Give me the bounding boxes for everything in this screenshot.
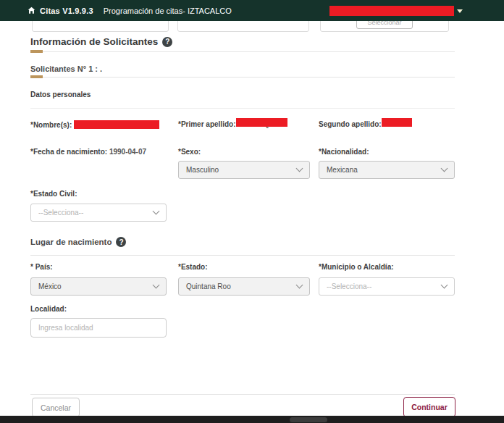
continuar-button[interactable]: Continuar (403, 397, 455, 417)
navbar-brand[interactable]: Citas V1.9.9.3 (28, 7, 93, 15)
accent-bar (30, 50, 43, 53)
primer-apellido-field: *Primer apellido: VELAZQUEZ (178, 120, 286, 128)
bottom-edge-bar (0, 416, 504, 423)
home-icon (28, 7, 35, 14)
chevron-down-icon (153, 282, 160, 289)
localidad-label: Localidad: (30, 305, 67, 313)
divider (30, 108, 455, 109)
municipio-label: *Municipio o Alcaldía: (319, 263, 394, 271)
top-navbar: Citas V1.9.9.3 Programación de citas- IZ… (0, 0, 504, 21)
fecha-label: *Fecha de nacimiento: (30, 148, 107, 156)
cancelar-button[interactable]: Cancelar (32, 398, 80, 417)
nav-item-programacion[interactable]: Programación de citas- IZTACALCO (104, 7, 232, 15)
divider (30, 51, 455, 52)
localidad-input[interactable] (30, 318, 167, 338)
subsection-solicitante: Solicitantes N° 1 : . (30, 64, 102, 73)
sexo-label: *Sexo: (178, 148, 201, 156)
estado-select[interactable]: Quintana Roo (178, 277, 310, 296)
municipio-placeholder: --Selecciona-- (327, 282, 371, 290)
lugar-nacimiento-title: Lugar de nacimiento (30, 238, 112, 246)
nombre-label: *Nombre(s): (30, 121, 72, 129)
segundo-apellido-value-redacted: URIBE (383, 120, 410, 128)
estado-label: *Estado: (178, 263, 208, 271)
sexo-selected-value: Masculino (186, 166, 219, 174)
pais-selected-value: México (38, 282, 62, 290)
estado-civil-placeholder: --Selecciona-- (38, 209, 83, 217)
segundo-apellido-label: Segundo apellido: (319, 120, 382, 128)
help-icon[interactable]: ? (116, 237, 126, 247)
estado-selected-value: Quintana Roo (186, 282, 231, 290)
estado-civil-label: *Estado Civil: (30, 190, 77, 198)
chevron-down-icon (441, 282, 448, 289)
accent-bar (30, 75, 43, 78)
fecha-nacimiento-field: *Fecha de nacimiento: 1990-04-07 (30, 148, 146, 156)
estado-civil-select[interactable]: --Selecciona-- (30, 204, 167, 222)
user-name-redacted[interactable] (329, 6, 454, 16)
primer-apellido-label: *Primer apellido: (178, 120, 235, 128)
section-title-text: Información de Solicitantes (30, 36, 158, 47)
help-icon[interactable]: ? (162, 37, 172, 47)
nacionalidad-label: *Nacionalidad: (319, 148, 369, 156)
fecha-value: 1990-04-07 (109, 148, 146, 156)
primer-apellido-value-redacted: VELAZQUEZ (238, 120, 286, 128)
app-window: Seleccionar Citas V1.9.9.3 Programación … (0, 0, 504, 423)
segundo-apellido-field: Segundo apellido: URIBE (319, 120, 411, 128)
scrollbar-thumb[interactable] (290, 417, 327, 422)
nacionalidad-selected-value: Mexicana (327, 166, 358, 174)
divider (30, 394, 455, 395)
datos-personales-title: Datos personales (30, 91, 91, 99)
subsection-lugar-nacimiento: Lugar de nacimiento ? (30, 237, 126, 247)
nacionalidad-select[interactable]: Mexicana (319, 161, 455, 179)
nombre-value-redacted (74, 120, 159, 129)
app-title: Citas V1.9.9.3 (40, 7, 93, 15)
user-menu-caret-icon[interactable] (457, 9, 463, 13)
pais-select[interactable]: México (30, 277, 167, 296)
pais-label: * País: (30, 263, 53, 271)
divider (30, 255, 455, 256)
nombre-field: *Nombre(s): (30, 120, 159, 129)
chevron-down-icon (153, 208, 160, 215)
chevron-down-icon (296, 282, 303, 289)
sexo-select[interactable]: Masculino (178, 161, 310, 179)
section-title-informacion: Información de Solicitantes ? (30, 36, 172, 47)
chevron-down-icon (441, 165, 448, 172)
chevron-down-icon (296, 165, 303, 172)
divider (30, 77, 455, 78)
municipio-select[interactable]: --Selecciona-- (319, 277, 455, 296)
solicitante-title: Solicitantes N° 1 : . (30, 64, 102, 73)
